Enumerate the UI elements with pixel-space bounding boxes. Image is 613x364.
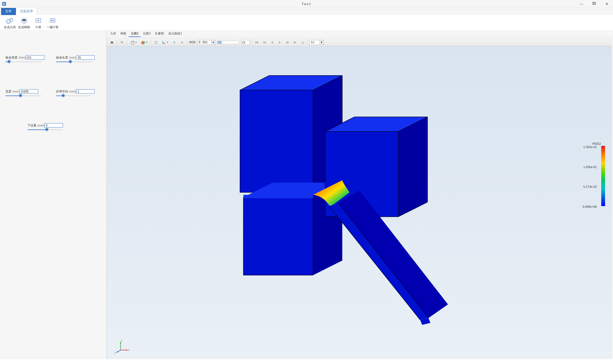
svg-point-17 [157, 41, 157, 42]
svg-marker-55 [243, 195, 313, 198]
param-width-unit: (mm) [13, 90, 20, 93]
legend-tick-1: 1.035e-01 [583, 165, 597, 169]
param-thickness: 钣金厚度 (mm) [5, 55, 51, 63]
legend-tick-2: 5.173e-02 [583, 185, 597, 188]
viewer-tab-mesh[interactable]: 网格 [118, 31, 129, 37]
app-logo [1, 1, 7, 7]
skip-first-icon[interactable] [261, 39, 268, 45]
svg-rect-23 [255, 42, 257, 43]
magnify-icon[interactable] [119, 39, 125, 45]
param-bend-radius: 折弯半径 (mm) [56, 89, 101, 97]
gen-mesh-label: 生成网格 [18, 25, 30, 29]
param-press-label: 下压量 [27, 123, 36, 128]
param-bend-radius-input[interactable] [76, 89, 95, 94]
step-back-icon[interactable] [269, 39, 275, 45]
svg-point-13 [132, 41, 133, 42]
param-thickness-unit: (mm) [19, 56, 26, 59]
gen-geometry-button[interactable]: 生成几何 [3, 17, 17, 29]
close-button[interactable]: ✕ [600, 0, 613, 8]
viewer-tab-cloud2[interactable]: 云图2 [129, 31, 141, 37]
one-click-compute-label: 一键计算 [47, 25, 59, 29]
svg-marker-24 [240, 90, 313, 192]
legend-tick-3: 0.000e+00 [583, 205, 597, 208]
one-click-compute-button[interactable]: 一键计算 [45, 17, 60, 29]
svg-marker-66 [120, 342, 121, 343]
param-length-unit: (mm) [69, 56, 76, 59]
legend-colorbar [601, 146, 605, 206]
param-bend-radius-unit: (mm) [69, 90, 76, 93]
param-press-unit: (mm) [37, 124, 45, 127]
viewer-tab-vector[interactable]: 矢量图 [153, 31, 166, 37]
param-length-label: 钣金长度 [56, 56, 68, 60]
camera-icon[interactable] [109, 39, 115, 45]
axes-icon[interactable]: ▼ [160, 39, 170, 45]
time-value-field[interactable]: 0.361 [197, 40, 212, 45]
viewer-tab-geometry[interactable]: 几何 [108, 31, 118, 37]
svg-text:y: y [121, 339, 122, 342]
param-thickness-slider[interactable] [5, 61, 41, 63]
viewer-tab-cloud3[interactable]: 云图3 [141, 31, 153, 37]
export-icon[interactable] [299, 39, 306, 45]
record-icon[interactable] [253, 39, 260, 45]
svg-point-14 [133, 42, 134, 42]
param-thickness-input[interactable] [26, 55, 44, 60]
svg-marker-36 [243, 197, 313, 275]
ribbon: 生成几何 生成网格 计算 一键计算 [0, 15, 613, 31]
play-icon[interactable] [276, 39, 283, 45]
viewer-toolbar: ▼ ▼ ▼ 时间: 0.361 ▼ 15. [107, 39, 612, 46]
ribbon-tabstrip: 文件 页面菜单 [0, 8, 613, 15]
param-width-slider[interactable] [5, 95, 41, 97]
param-width-input[interactable] [20, 89, 38, 94]
viewer-tab-curve[interactable]: 选点曲线1 [166, 31, 184, 37]
orientation-triad: x y z [115, 337, 131, 354]
svg-point-8 [112, 42, 112, 43]
svg-text:x: x [128, 349, 130, 351]
svg-point-18 [155, 43, 155, 43]
svg-rect-2 [593, 2, 595, 4]
tab-page-menu[interactable]: 页面菜单 [16, 8, 37, 15]
scene-render [107, 46, 612, 358]
speed-field[interactable]: 1x [310, 40, 320, 45]
svg-point-12 [132, 42, 132, 42]
viewport-3d[interactable]: x y z PEEQ 1.552e-01 1.035e-01 5.173e-02 [107, 46, 612, 358]
param-length-slider[interactable] [56, 61, 92, 63]
colorcube-icon[interactable]: ▼ [140, 39, 149, 45]
color-legend: PEEQ 1.552e-01 1.035e-01 5.173e-02 0.000… [588, 142, 605, 359]
expand-icon[interactable] [153, 39, 159, 45]
param-bend-radius-label: 折弯半径 [56, 89, 68, 94]
viewer-tabstrip: 几何 网格 云图2 云图3 矢量图 选点曲线1 [107, 31, 613, 37]
palette-icon[interactable]: ▼ [129, 39, 138, 45]
titlebar: Test — ✕ [0, 0, 613, 8]
param-length: 钣金长度 (mm) [56, 55, 101, 63]
frame-spinner[interactable]: 15. [241, 40, 250, 45]
viewer-shell: ▼ ▼ ▼ 时间: 0.361 ▼ 15. [107, 38, 612, 358]
svg-line-22 [163, 42, 164, 44]
svg-point-10 [121, 41, 123, 43]
time-value-dropdown[interactable]: ▼ [212, 40, 215, 45]
compute-label: 计算 [35, 25, 41, 29]
time-progress[interactable] [217, 41, 239, 44]
param-thickness-label: 钣金厚度 [5, 56, 18, 60]
param-bend-radius-slider[interactable] [56, 95, 92, 97]
svg-rect-9 [111, 41, 112, 42]
legend-tick-0: 1.552e-01 [583, 145, 597, 149]
tab-file[interactable]: 文件 [1, 8, 16, 15]
maximize-button[interactable] [588, 0, 600, 8]
svg-marker-45 [398, 117, 427, 217]
window-title: Test [0, 2, 613, 6]
svg-line-11 [123, 43, 123, 44]
svg-point-19 [157, 43, 157, 43]
step-forward-icon[interactable] [284, 39, 291, 45]
param-press-input[interactable] [44, 123, 63, 128]
svg-text:z: z [115, 351, 116, 354]
compute-button[interactable]: 计算 [31, 17, 45, 29]
param-press-slider[interactable] [27, 129, 63, 131]
skip-last-icon[interactable] [292, 39, 298, 45]
body: 钣金厚度 (mm) 钣金长度 (mm) 宽度 (mm) [0, 31, 613, 359]
speed-dropdown[interactable]: ▼ [320, 40, 324, 45]
param-length-input[interactable] [76, 55, 95, 60]
refresh-ccw-icon[interactable] [179, 39, 185, 45]
gen-mesh-button[interactable]: 生成网格 [17, 17, 31, 29]
minimize-button[interactable]: — [575, 0, 588, 8]
refresh-cw-icon[interactable] [171, 39, 178, 45]
